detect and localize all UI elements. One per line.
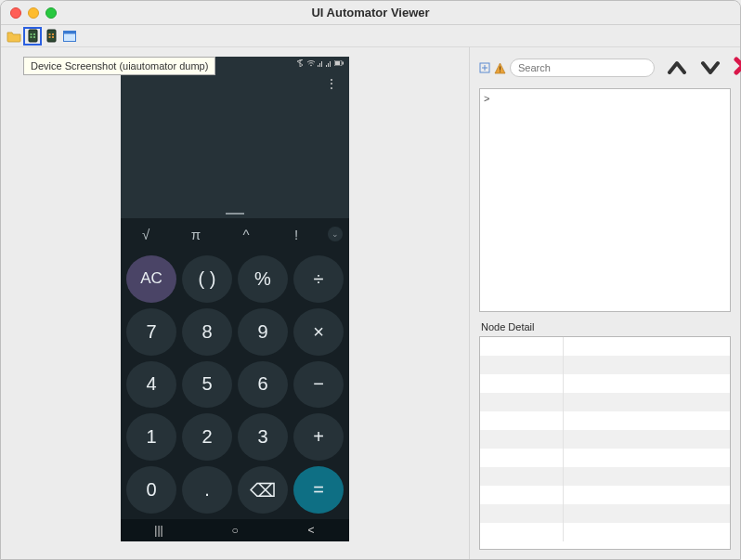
key-3[interactable]: 3: [238, 413, 288, 461]
node-detail-section: Node Detail: [479, 321, 731, 550]
key-equals[interactable]: =: [293, 466, 344, 514]
table-row: [480, 393, 730, 411]
svg-rect-7: [52, 33, 54, 35]
tree-root-arrow[interactable]: >: [484, 93, 489, 104]
key-6[interactable]: 6: [238, 361, 288, 409]
nav-recents-icon[interactable]: |||: [145, 524, 173, 537]
key-percent[interactable]: %: [238, 255, 288, 303]
key-multiply[interactable]: ×: [293, 308, 344, 356]
svg-rect-8: [48, 36, 50, 38]
svg-rect-11: [64, 31, 76, 33]
table-row: [480, 504, 730, 523]
svg-rect-6: [48, 33, 50, 35]
nav-home-icon[interactable]: ○: [221, 524, 249, 537]
key-plus[interactable]: +: [293, 413, 344, 461]
overflow-icon[interactable]: ⋮: [325, 76, 338, 91]
device-screenshot-button[interactable]: [23, 27, 42, 46]
tooltip: Device Screenshot (uiautomator dump): [23, 57, 215, 75]
body: 1:25 ⋮ √ π: [1, 47, 740, 559]
table-row: [480, 467, 730, 486]
svg-rect-3: [30, 36, 32, 38]
signal-icon: [318, 59, 323, 67]
calc-keypad: AC ( ) % ÷ 7 8 9 × 4 5 6 − 1 2 3 + 0: [121, 250, 349, 519]
close-window-icon[interactable]: [10, 7, 21, 19]
table-row: [480, 337, 730, 356]
table-row: [480, 411, 730, 430]
key-5[interactable]: 5: [182, 361, 232, 409]
expand-icon[interactable]: ⌄: [328, 227, 343, 241]
svg-rect-19: [500, 66, 500, 70]
zoom-window-icon[interactable]: [46, 7, 57, 19]
svg-rect-9: [52, 36, 54, 38]
minimize-window-icon[interactable]: [28, 7, 39, 19]
battery-icon: [334, 60, 344, 66]
key-dot[interactable]: .: [182, 466, 232, 514]
warning-icon[interactable]: [494, 60, 506, 75]
table-row: [480, 374, 730, 393]
phone-navbar: ||| ○ <: [121, 519, 349, 541]
key-divide[interactable]: ÷: [293, 255, 344, 303]
table-row: [480, 523, 730, 541]
table-row: [480, 430, 730, 449]
key-9[interactable]: 9: [238, 308, 288, 356]
key-sqrt[interactable]: √: [127, 227, 164, 242]
svg-rect-1: [30, 33, 32, 35]
wifi-icon: [307, 59, 315, 67]
table-row: [480, 486, 730, 504]
svg-rect-20: [500, 71, 500, 72]
table-row: [480, 356, 730, 374]
window-controls: [10, 7, 57, 19]
table-row: [480, 449, 730, 467]
signal-icon-2: [326, 59, 332, 67]
key-8[interactable]: 8: [182, 308, 232, 356]
window-title: UI Automator Viewer: [1, 6, 740, 20]
svg-rect-4: [33, 36, 35, 38]
window-button[interactable]: [60, 27, 79, 46]
titlebar: UI Automator Viewer: [1, 1, 740, 25]
svg-rect-14: [335, 61, 340, 65]
nav-back-icon[interactable]: <: [297, 524, 325, 537]
toolbar: Device Screenshot (uiautomator dump): [1, 25, 740, 47]
key-factorial[interactable]: !: [278, 227, 315, 242]
bluetooth-icon: [297, 59, 305, 67]
search-input[interactable]: [510, 59, 655, 77]
hierarchy-tree[interactable]: >: [479, 88, 731, 312]
inspector-controls: [479, 57, 731, 79]
key-power[interactable]: ^: [228, 227, 265, 242]
key-1[interactable]: 1: [126, 413, 176, 461]
calc-display: [121, 98, 349, 218]
screenshot-pane: 1:25 ⋮ √ π: [1, 47, 469, 559]
app-window: UI Automator Viewer Device Screenshot (u…: [0, 0, 741, 560]
key-ac[interactable]: AC: [126, 255, 176, 303]
expand-all-icon[interactable]: [479, 60, 490, 75]
key-minus[interactable]: −: [293, 361, 344, 409]
key-4[interactable]: 4: [126, 361, 176, 409]
open-folder-button[interactable]: [5, 27, 23, 46]
key-pi[interactable]: π: [177, 227, 214, 242]
drag-handle-icon: [226, 213, 244, 215]
key-0[interactable]: 0: [126, 466, 176, 514]
svg-point-12: [310, 65, 312, 67]
status-icons: [297, 59, 344, 67]
svg-rect-2: [33, 33, 35, 35]
svg-rect-5: [47, 30, 56, 42]
clear-button[interactable]: [729, 54, 741, 83]
key-7[interactable]: 7: [126, 308, 176, 356]
node-detail-table: [479, 336, 731, 550]
inspector-pane: > Node Detail: [469, 47, 740, 559]
key-2[interactable]: 2: [182, 413, 232, 461]
device-screenshot[interactable]: 1:25 ⋮ √ π: [121, 57, 349, 541]
next-button[interactable]: [696, 58, 725, 78]
device-screenshot-compressed-button[interactable]: [42, 27, 60, 46]
key-backspace[interactable]: ⌫: [238, 466, 288, 514]
calc-func-row: √ π ^ ! ⌄: [121, 218, 349, 250]
prev-button[interactable]: [662, 58, 692, 78]
node-detail-label: Node Detail: [479, 321, 731, 332]
key-parens[interactable]: ( ): [182, 255, 232, 303]
svg-rect-15: [343, 62, 344, 65]
svg-rect-0: [29, 30, 37, 42]
